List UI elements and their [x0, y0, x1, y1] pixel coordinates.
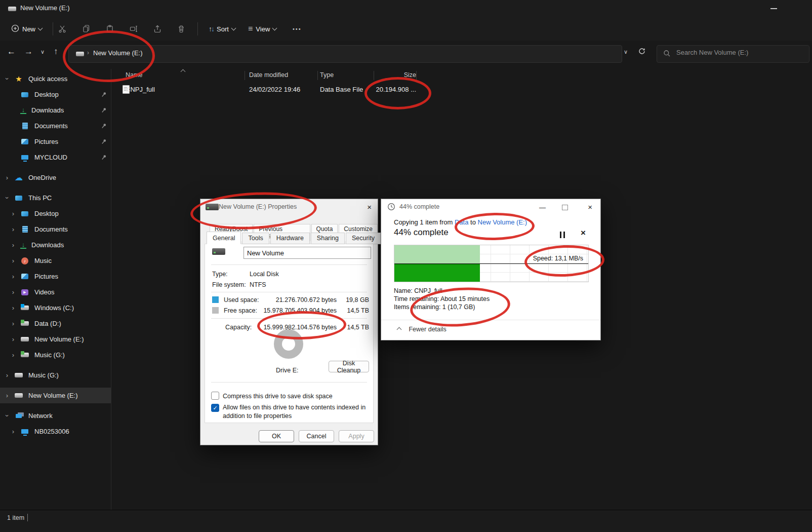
disk-usage-donut-chart: [274, 329, 303, 359]
chevron-right-icon[interactable]: ›: [10, 320, 16, 327]
compress-checkbox[interactable]: [211, 392, 219, 400]
chevron-right-icon[interactable]: ›: [10, 288, 16, 296]
chevron-right-icon[interactable]: ›: [10, 225, 16, 233]
chevron-right-icon[interactable]: ›: [4, 392, 10, 399]
more-options-button[interactable]: •••: [289, 21, 306, 37]
close-icon[interactable]: ×: [367, 203, 372, 211]
sidebar-item-mycloud[interactable]: MYCLOUD: [0, 149, 111, 165]
sidebar-item-desktop[interactable]: ›Desktop: [0, 206, 111, 221]
tab-security[interactable]: Security: [346, 233, 381, 244]
tab-general[interactable]: General: [207, 232, 241, 244]
sidebar-item-new-volume-e[interactable]: ›New Volume (E:): [0, 388, 111, 403]
sidebar-item-label: Music (G:): [34, 351, 65, 359]
refresh-icon[interactable]: [638, 47, 646, 58]
cut-icon[interactable]: [57, 24, 67, 34]
close-icon[interactable]: ×: [588, 203, 592, 211]
disk-cleanup-button[interactable]: Disk Cleanup: [329, 361, 369, 372]
column-header-size[interactable]: Size: [376, 71, 416, 79]
column-header-date-modified[interactable]: Date modified: [249, 71, 288, 79]
search-input[interactable]: [675, 48, 804, 57]
sidebar-item-pictures[interactable]: ›Pictures: [0, 269, 111, 284]
minimize-button[interactable]: [770, 8, 777, 9]
sidebar-item-new-volume-e[interactable]: ›New Volume (E:): [0, 331, 111, 347]
breadcrumb-path[interactable]: New Volume (E:): [93, 49, 143, 57]
pause-icon[interactable]: [559, 232, 566, 238]
new-button[interactable]: New: [7, 21, 46, 37]
sidebar-item-label: OneDrive: [28, 174, 56, 181]
chevron-right-icon[interactable]: ›: [10, 273, 16, 280]
column-divider[interactable]: [317, 71, 318, 80]
chevron-down-icon[interactable]: ›: [4, 76, 11, 82]
minimize-icon[interactable]: —: [539, 204, 546, 211]
sidebar-item-nb0253006[interactable]: ›NB0253006: [0, 424, 111, 439]
chevron-right-icon[interactable]: ›: [4, 174, 10, 181]
sidebar-item-this-pc[interactable]: ›This PC: [0, 190, 111, 206]
chevron-right-icon[interactable]: ›: [10, 351, 16, 359]
sidebar-item-pictures[interactable]: Pictures: [0, 134, 111, 149]
chevron-right-icon[interactable]: ›: [10, 335, 16, 343]
chevron-right-icon[interactable]: ›: [10, 241, 16, 249]
paste-icon[interactable]: [105, 24, 115, 34]
view-button[interactable]: ≡ View: [244, 21, 280, 37]
cancel-icon[interactable]: ×: [581, 228, 586, 238]
up-icon[interactable]: ↑: [54, 47, 58, 57]
chevron-right-icon[interactable]: ›: [10, 304, 16, 312]
maximize-icon[interactable]: [562, 205, 568, 210]
cloud-icon: ☁: [14, 174, 23, 182]
chevron-right-icon[interactable]: ›: [10, 428, 16, 435]
sidebar-item-downloads[interactable]: ↓Downloads: [0, 102, 111, 118]
pane-divider[interactable]: [111, 69, 111, 511]
destination-link[interactable]: New Volume (E:): [478, 218, 527, 226]
volume-label-input[interactable]: [243, 247, 371, 259]
address-dropdown-icon[interactable]: ∨: [624, 49, 628, 55]
chevron-right-icon[interactable]: ›: [10, 257, 16, 264]
index-checkbox[interactable]: ✓: [211, 404, 219, 412]
sidebar-item-music-g[interactable]: ›Music (G:): [0, 367, 111, 383]
column-divider[interactable]: [374, 71, 374, 80]
chevron-right-icon[interactable]: ›: [4, 371, 10, 379]
sort-button[interactable]: ↑↓ Sort: [205, 21, 239, 37]
type-label: Type:: [212, 271, 228, 278]
column-divider[interactable]: [245, 71, 245, 80]
rename-icon[interactable]: [129, 24, 139, 34]
copy-icon[interactable]: [81, 24, 91, 34]
column-header-type[interactable]: Type: [320, 71, 334, 79]
sidebar-item-documents[interactable]: ›Documents: [0, 221, 111, 237]
file-row[interactable]: CNPJ_full24/02/2022 19:46Data Base File2…: [116, 83, 810, 97]
clock-icon: [387, 203, 395, 212]
chevron-down-icon[interactable]: ›: [4, 195, 11, 201]
column-header-name[interactable]: Name: [126, 71, 142, 79]
sidebar-item-documents[interactable]: Documents: [0, 118, 111, 134]
new-button-label: New: [22, 25, 35, 33]
column-divider[interactable]: [416, 71, 417, 80]
tab-tools[interactable]: Tools: [242, 233, 269, 244]
sidebar-item-quick-access[interactable]: ›★Quick access: [0, 71, 111, 87]
divider: [381, 320, 600, 320]
fewer-details-toggle[interactable]: Fewer details: [397, 326, 446, 333]
sidebar-item-windows-c[interactable]: ›Windows (C:): [0, 300, 111, 316]
sidebar-item-videos[interactable]: ›Videos: [0, 284, 111, 300]
ok-button[interactable]: OK: [259, 430, 294, 442]
used-space-bytes: 21.276.700.672 bytes: [248, 296, 337, 303]
sidebar-item-data-d[interactable]: ›Data (D:): [0, 316, 111, 331]
share-icon[interactable]: [152, 24, 163, 34]
chevron-down-icon[interactable]: ›: [4, 413, 11, 419]
breadcrumb[interactable]: › New Volume (E:): [68, 45, 622, 63]
chevron-right-icon[interactable]: ›: [10, 210, 16, 217]
source-link[interactable]: Data: [455, 218, 468, 226]
delete-icon[interactable]: [176, 24, 186, 34]
sidebar-item-music[interactable]: ›Music: [0, 253, 111, 269]
sidebar-item-onedrive[interactable]: ›☁OneDrive: [0, 170, 111, 185]
recent-locations-icon[interactable]: ∨: [40, 49, 45, 55]
sidebar-item-desktop[interactable]: Desktop: [0, 87, 111, 102]
tab-hardware[interactable]: Hardware: [270, 233, 310, 244]
sidebar-item-downloads[interactable]: ›↓Downloads: [0, 237, 111, 253]
forward-icon[interactable]: →: [24, 47, 33, 57]
sidebar-item-network[interactable]: ›Network: [0, 408, 111, 424]
sidebar-item-music-g[interactable]: ›Music (G:): [0, 347, 111, 363]
apply-button[interactable]: Apply: [339, 430, 374, 442]
search-box[interactable]: [657, 45, 809, 63]
cancel-button[interactable]: Cancel: [299, 430, 334, 442]
tab-sharing[interactable]: Sharing: [311, 233, 345, 244]
back-icon[interactable]: ←: [7, 47, 16, 57]
